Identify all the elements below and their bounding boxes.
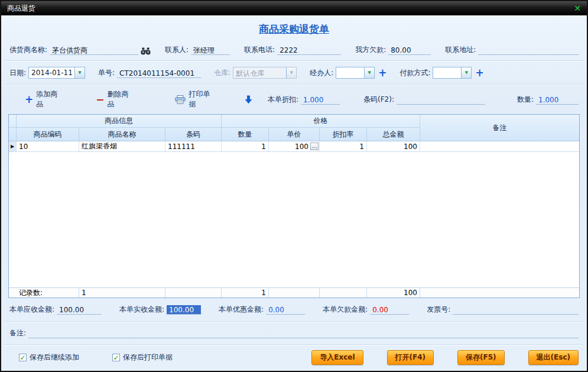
ellipsis-button[interactable]: … <box>310 143 319 150</box>
column-header-name: 商品名称 <box>79 128 165 141</box>
payment-label: 付款方式: <box>399 68 430 78</box>
exit-button[interactable]: 退出(Esc) <box>528 350 579 365</box>
receivable-label: 本单应收金额: <box>9 305 54 315</box>
invoice-label: 发票号: <box>427 305 450 315</box>
debt-amount-value: 0.00 <box>370 305 409 315</box>
discount-label: 本单折扣: <box>268 95 298 105</box>
debt-amount-label: 本单欠款金额: <box>323 305 368 315</box>
cell-total[interactable]: 100 <box>367 141 420 151</box>
cell-barcode[interactable]: 111111 <box>165 141 222 151</box>
price-value: 100 <box>271 143 308 151</box>
checkbox-save-continue-label: 保存后继续添加 <box>30 352 79 363</box>
phone-label: 联系电话: <box>244 45 275 55</box>
supplier-row: 供货商名称: 茅台供货商 联系人: 张经理 联系电话: 2222 我方欠款: 8… <box>1 40 587 60</box>
add-item-label: 添加商品 <box>36 89 59 109</box>
barcode-label: 条码(F2): <box>363 95 394 105</box>
table-header: 商品信息 价格 商品编码 商品名称 条码 数量 单价 折扣率 总金额 备注 <box>9 115 579 141</box>
note-row: 备注: <box>1 322 587 344</box>
cell-name[interactable]: 红旗渠香烟 <box>79 141 165 151</box>
address-input[interactable] <box>478 46 579 55</box>
group-header-price: 价格 <box>222 115 420 127</box>
check-icon: ✓ <box>112 354 120 361</box>
table-row[interactable]: ▶ 10 红旗渠香烟 111111 1 100 … 1 100 <box>9 141 579 152</box>
quantity-input[interactable]: 1.000 <box>536 95 579 105</box>
add-payment-button[interactable]: + <box>475 68 483 78</box>
column-header-rate: 折扣率 <box>320 128 367 141</box>
qty-total-value: 1 <box>222 288 269 297</box>
footer-empty-cell <box>165 288 222 297</box>
column-header-qty: 数量 <box>222 128 269 141</box>
operator-value <box>336 67 364 78</box>
printer-icon <box>175 95 186 104</box>
our-debt-label: 我方欠款: <box>355 45 386 55</box>
down-arrow-icon[interactable] <box>245 95 252 104</box>
record-count-value: 1 <box>79 288 165 297</box>
received-input[interactable]: 100.00 <box>167 305 201 315</box>
barcode-input[interactable] <box>397 95 485 105</box>
chevron-down-icon: ▼ <box>286 67 296 78</box>
supplier-input[interactable]: 茅台供货商 <box>50 46 138 55</box>
check-icon: ✓ <box>19 354 27 361</box>
payment-combobox[interactable]: ▼ <box>433 67 472 79</box>
footer-selector-cell <box>9 288 17 297</box>
operator-combobox[interactable]: ▼ <box>336 67 375 79</box>
item-toolbar: + 添加商品 − 删除商品 打印单据 本单折扣: 1.000 条码(F2 <box>1 85 587 113</box>
record-count-label: 记录数: <box>17 288 79 297</box>
discount-input[interactable]: 1.000 <box>301 95 340 105</box>
note-input[interactable] <box>28 329 579 338</box>
received-label: 本单实收金额: <box>119 305 164 315</box>
quantity-label: 数量: <box>517 95 534 105</box>
table-empty-area <box>9 152 579 287</box>
titlebar: 商品退货 ✕ <box>1 1 587 15</box>
close-icon[interactable]: ✕ <box>574 4 581 12</box>
delete-item-button[interactable]: − 删除商品 <box>96 89 130 109</box>
footer-empty-cell <box>420 288 579 297</box>
warehouse-value: 默认仓库 <box>233 67 286 78</box>
receivable-value: 100.00 <box>57 305 102 315</box>
date-value: 2014-01-11 <box>29 67 74 78</box>
date-label: 日期: <box>9 68 26 78</box>
checkbox-save-print-label: 保存后打印单据 <box>123 352 173 363</box>
add-operator-button[interactable]: + <box>378 68 386 78</box>
window-title: 商品退货 <box>7 4 35 14</box>
order-number-input[interactable]: CT2014011154-0001 <box>117 69 201 78</box>
operator-label: 经办人: <box>310 68 333 78</box>
column-header-barcode: 条码 <box>165 128 222 141</box>
warehouse-combobox: 默认仓库 ▼ <box>233 67 297 79</box>
chevron-down-icon[interactable]: ▼ <box>364 67 374 78</box>
selector-header-cell <box>9 115 17 127</box>
group-header-info: 商品信息 <box>17 115 222 127</box>
checkbox-save-continue[interactable]: ✓ 保存后继续添加 <box>19 352 79 363</box>
cell-note[interactable] <box>420 141 579 151</box>
discount-amount-value[interactable]: 0.00 <box>266 305 305 315</box>
cell-qty[interactable]: 1 <box>222 141 269 151</box>
minus-icon: − <box>96 95 104 105</box>
date-combobox[interactable]: 2014-01-11 ▼ <box>28 67 85 79</box>
warehouse-label: 仓库: <box>214 68 230 78</box>
footer-empty-cell <box>269 288 320 297</box>
import-excel-button[interactable]: 导入Excel <box>311 350 363 365</box>
page-title: 商品采购退货单 <box>1 15 587 40</box>
amount-total-value: 100 <box>367 288 420 297</box>
row-marker-icon[interactable]: ▶ <box>9 141 17 151</box>
payment-value <box>433 67 461 78</box>
cell-rate[interactable]: 1 <box>320 141 367 151</box>
cell-code[interactable]: 10 <box>17 141 79 151</box>
chevron-down-icon[interactable]: ▼ <box>74 67 85 78</box>
print-button[interactable]: 打印单据 <box>175 89 211 109</box>
add-item-button[interactable]: + 添加商品 <box>25 89 59 109</box>
chevron-down-icon[interactable]: ▼ <box>461 67 471 78</box>
invoice-input[interactable] <box>453 305 579 315</box>
open-button[interactable]: 打开(F4) <box>387 350 434 365</box>
binoculars-icon[interactable] <box>141 47 151 55</box>
phone-input[interactable]: 2222 <box>277 46 341 55</box>
discount-amount-label: 本单优惠金额: <box>219 305 264 315</box>
save-button[interactable]: 保存(F5) <box>457 350 505 365</box>
group-header-note: 备注 <box>420 115 579 141</box>
cell-price[interactable]: 100 … <box>269 141 320 151</box>
checkbox-save-print[interactable]: ✓ 保存后打印单据 <box>112 352 173 363</box>
items-table: 商品信息 价格 商品编码 商品名称 条码 数量 单价 折扣率 总金额 备注 <box>8 114 580 298</box>
order-number-label: 单号: <box>98 68 115 78</box>
summary-row: 本单应收金额: 100.00 本单实收金额: 100.00 本单优惠金额: 0.… <box>1 298 587 321</box>
contact-input[interactable]: 张经理 <box>191 46 230 55</box>
